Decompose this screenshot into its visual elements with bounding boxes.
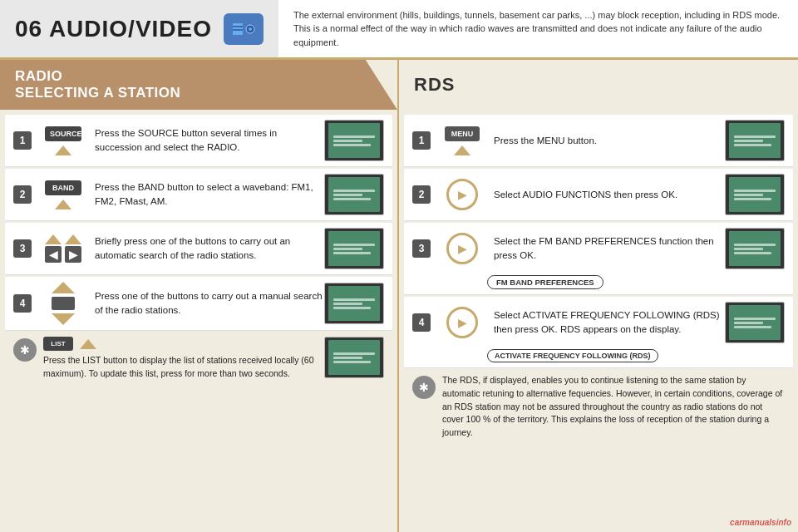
dial-arrow-3-icon [446, 233, 478, 264]
step-number-4: 4 [13, 294, 32, 313]
watermark: carmanualsinfo [730, 518, 791, 527]
step-2-text: Press the BAND button to select a waveba… [95, 180, 324, 208]
activate-freq-badge: ACTIVATE FREQUENCY FOLLOWING (RDS) [487, 349, 658, 362]
note-star-icon: ✱ [13, 338, 37, 362]
step-number-2: 2 [13, 185, 32, 204]
right-step-4: 4 Select ACTIVATE FREQUENCY FOLLOWING (R… [404, 297, 793, 368]
step-1-text: Press the SOURCE button several times in… [95, 126, 324, 154]
right-steps: 1 MENU Press the MENU button. 2 [399, 110, 798, 532]
step-4-icon-area [38, 282, 88, 325]
step-1-icon-area: SOURCE [38, 126, 88, 155]
rds-step-1-icon-area: MENU [437, 126, 487, 155]
chapter-title-block: 06 AUDIO/VIDEO [0, 0, 278, 57]
header-description: The external environment (hills, buildin… [278, 0, 798, 57]
rds-step-number-2: 2 [412, 185, 431, 204]
main-content: RADIO SELECTING A STATION 1 SOURCE Press… [0, 60, 798, 532]
rds-step-1-text: Press the MENU button. [494, 134, 725, 148]
rds-step-3-text: Select the FM BAND PREFERENCES function … [494, 234, 725, 262]
step-4-text: Press one of the buttons to carry out a … [95, 289, 324, 317]
step-3-radio-image [324, 228, 384, 269]
left-step-4: 4 Press one of the buttons to carry out … [5, 277, 392, 331]
left-step-3: 3 ◀ ▶ Briefly press one of the buttons t… [5, 223, 392, 275]
step-2-icon-area: BAND [38, 180, 88, 209]
rds-step-number-4: 4 [412, 313, 431, 332]
left-steps: 1 SOURCE Press the SOURCE button several… [0, 110, 397, 532]
arrow-up-down-icon [52, 282, 75, 325]
svg-rect-5 [233, 29, 243, 31]
left-step-2: 2 BAND Press the BAND button to select a… [5, 169, 392, 221]
right-section-header: RDS [399, 60, 798, 110]
rds-step-4-text: Select ACTIVATE FREQUENCY FOLLOWING (RDS… [494, 308, 725, 336]
rds-step-1-radio-image [725, 120, 785, 161]
band-button-icon: BAND [45, 180, 81, 195]
rds-step-2-radio-image [725, 174, 785, 215]
menu-button-icon: MENU [445, 126, 480, 141]
svg-rect-4 [233, 26, 243, 27]
right-panel: RDS 1 MENU Press the MENU button. [399, 60, 798, 532]
right-step-1: 1 MENU Press the MENU button. [404, 115, 793, 167]
rds-step-3-radio-image [725, 228, 785, 269]
rds-step-4-icon-area [437, 307, 487, 338]
step-number-3: 3 [13, 239, 32, 258]
step-1-radio-image [324, 120, 384, 161]
rds-step-3-icon-area [437, 233, 487, 264]
source-button-icon: SOURCE [45, 126, 81, 141]
dial-arrow-4-icon [446, 307, 478, 338]
list-button-icon: LIST [43, 337, 73, 351]
step-3-icon-area: ◀ ▶ [38, 234, 88, 263]
fm-band-badge: FM BAND PREFERENCES [487, 275, 603, 289]
right-step-3: 3 Select the FM BAND PREFERENCES functio… [404, 223, 793, 295]
rds-step-4-radio-image [725, 302, 785, 343]
note-radio-image [324, 337, 384, 378]
left-step-1: 1 SOURCE Press the SOURCE button several… [5, 115, 392, 167]
rds-step-number-1: 1 [412, 131, 431, 150]
left-note: ✱ LIST Press the LIST button to display … [5, 332, 392, 392]
left-note-text: Press the LIST button to display the lis… [43, 354, 318, 381]
step-number-1: 1 [13, 131, 32, 150]
rds-note-star-icon: ✱ [412, 376, 436, 399]
page-header: 06 AUDIO/VIDEO The external environment … [0, 0, 798, 60]
audio-icon [224, 13, 264, 45]
dial-arrow-icon [446, 179, 478, 210]
left-title-line2: SELECTING A STATION [15, 85, 382, 101]
left-section-header: RADIO SELECTING A STATION [0, 60, 397, 110]
svg-point-3 [249, 27, 252, 31]
step-3-text: Briefly press one of the buttons to carr… [95, 234, 324, 262]
right-title: RDS [414, 74, 455, 96]
right-step-2: 2 Select AUDIO FUNCTIONS then press OK. [404, 169, 793, 221]
step-4-radio-image [324, 283, 384, 324]
right-note-text: The RDS, if displayed, enables you to co… [442, 374, 785, 440]
rds-step-number-3: 3 [412, 239, 431, 258]
right-note: ✱ The RDS, if displayed, enables you to … [404, 370, 793, 444]
left-panel: RADIO SELECTING A STATION 1 SOURCE Press… [0, 60, 399, 532]
left-title-line1: RADIO [15, 68, 382, 85]
chapter-title: 06 AUDIO/VIDEO [15, 16, 212, 42]
step-2-radio-image [324, 174, 384, 215]
rds-step-2-text: Select AUDIO FUNCTIONS then press OK. [494, 188, 725, 202]
rds-step-2-icon-area [437, 179, 487, 210]
